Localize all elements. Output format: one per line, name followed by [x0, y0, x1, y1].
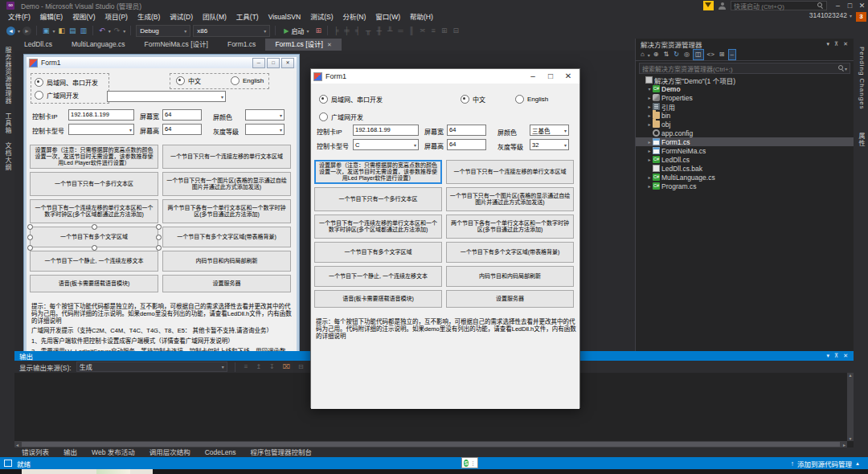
running-lan-radio[interactable]: 局域网、串口开发 [319, 95, 383, 104]
menu-item-1[interactable]: 编辑(E) [35, 11, 68, 22]
running-gray-select[interactable]: 32▾ [530, 139, 569, 150]
show-all-files-icon[interactable]: ◫ [693, 49, 704, 60]
designer-height-input[interactable]: 64 [162, 124, 202, 135]
layout-tool-icon-0[interactable]: ╞ [333, 25, 339, 36]
panel-menu-icon[interactable]: ▾ [824, 41, 832, 47]
quick-launch-box[interactable]: 快速启动 (Ctrl+Q) [731, 1, 827, 10]
add-to-source-control[interactable]: ↑ 添加到源代码管理 ▲ [791, 459, 860, 468]
running-button-3[interactable]: 一个节目下只有一个图片区(表格的显示通过自绘图片并通过此方式添加发送) [446, 187, 574, 211]
selection-handle[interactable] [156, 245, 162, 251]
right-strip-tab-1[interactable]: 属性 [856, 133, 866, 147]
menu-item-5[interactable]: 调试(D) [165, 11, 198, 22]
doc-tab-4[interactable]: Form1.cs [设计]✕ [265, 39, 341, 51]
right-strip-tab-0[interactable]: Pending Changes [856, 47, 866, 110]
redo-dropdown-icon[interactable]: ▾ [123, 28, 125, 34]
tree-item-11[interactable]: ▸C#MultiLanguage.cs [636, 173, 854, 182]
designer-button-4[interactable]: 一个节目下有一个连续左移的单行文本区和一个数字时钟区(多个区域都通过此方法添加) [30, 199, 158, 223]
ime-indicator[interactable]: S ⋮ [461, 457, 478, 468]
platform-select[interactable]: x86 ▾ [193, 25, 270, 37]
running-button-6[interactable]: 一个节目下有多个文字区域 [314, 242, 442, 263]
running-button-5[interactable]: 两个节目下各有一个单行文本区和一个数字时钟区(多节目通过此方法添加) [446, 215, 574, 239]
find-message-icon[interactable]: ≡ [243, 363, 250, 370]
designer-form-window[interactable]: Form1 ─ □ ✕ 局域网、串口开发广域网开发中文English▾控制卡IP… [24, 55, 299, 351]
running-form-window[interactable]: Form1 – □ ✕ 局域网、串口开发广域网开发中文English控制卡IP1… [310, 68, 580, 408]
designer-button-9[interactable]: 内码节目和内码局部刷新 [162, 251, 291, 272]
account-widget[interactable]: 3141023242 ▾ [809, 11, 852, 19]
layout-tool-icon-5[interactable]: ╨ [387, 25, 393, 36]
nest-files-icon[interactable]: ◎ [682, 50, 691, 59]
solution-search-box[interactable]: 搜索解决方案资源管理器(Ctrl+;) ▾ [639, 63, 850, 74]
designer-button-5[interactable]: 两个节目下各有一个单行文本区和一个数字时钟区(多节目通过此方法添加) [162, 199, 291, 223]
refresh-icon[interactable]: ↻ [672, 50, 681, 59]
close-button[interactable]: ✕ [856, 1, 868, 10]
selection-handle[interactable] [156, 235, 162, 240]
notification-badge[interactable]: 3 [856, 12, 866, 22]
running-button-7[interactable]: 一个节目下有多个文字区域(带表格背景) [446, 242, 574, 263]
tree-expanded-icon[interactable]: ▾ [646, 86, 653, 92]
scroll-up-icon[interactable]: ▲ [849, 373, 853, 378]
designer-button-0[interactable]: 设置屏参（注意：只需根据屏的宽高点数的颜色设置一次，发送节目时无需设置，该参数推… [30, 145, 158, 169]
navigate-back-icon[interactable]: ◄ [6, 27, 15, 35]
pending-changes-filter-icon[interactable]: ⊕ [652, 50, 661, 59]
running-button-11[interactable]: 设置服务器 [446, 290, 574, 308]
designer-wan-radio[interactable]: 广域网开发 [35, 91, 79, 100]
bottom-tab-3[interactable]: 调用层次结构 [142, 447, 198, 457]
running-button-9[interactable]: 内码节目和内码局部刷新 [446, 266, 574, 287]
layout-tool-icon-8[interactable]: ≍ [419, 25, 427, 36]
goto-prev-message-icon[interactable]: ↥ [254, 363, 263, 370]
tree-collapsed-icon[interactable]: ▸ [646, 183, 653, 189]
solution-config-select[interactable]: Debug ▾ [136, 25, 190, 37]
running-button-1[interactable]: 一个节目下只有一个连接左移的单行文本区域 [446, 160, 574, 184]
left-strip-tab-2[interactable]: 文档大纲 [2, 142, 12, 171]
designer-button-10[interactable]: 语音(板卡需要搭载语音模块) [30, 275, 158, 292]
tree-collapsed-icon[interactable]: ▸ [646, 95, 653, 100]
designer-chinese-radio[interactable]: 中文 [176, 76, 201, 85]
close-button[interactable]: ✕ [559, 69, 577, 84]
designer-ip-input[interactable]: 192.168.1.199 [68, 109, 134, 121]
left-strip-tab-1[interactable]: 工具箱 [2, 112, 12, 134]
bottom-tab-1[interactable]: 输出 [56, 447, 84, 457]
bottom-tab-2[interactable]: Web 发布活动 [84, 447, 142, 457]
selection-handle[interactable] [92, 245, 97, 251]
running-button-10[interactable]: 语音(板卡需要搭载语音模块) [314, 290, 442, 308]
running-model-select[interactable]: C▾ [353, 139, 419, 150]
tree-collapsed-icon[interactable]: ▸ [646, 174, 653, 180]
tree-collapsed-icon[interactable]: ▸ [646, 139, 653, 145]
tree-collapsed-icon[interactable]: ▸ [646, 148, 653, 153]
designer-english-radio[interactable]: English [231, 76, 264, 85]
running-wan-radio[interactable]: 广域网开发 [319, 112, 363, 121]
selection-handle[interactable] [92, 224, 97, 230]
running-form-titlebar[interactable]: Form1 – □ ✕ [311, 69, 579, 84]
selection-handle[interactable] [156, 224, 162, 230]
layout-tool-icon-11[interactable]: ⊟ [452, 25, 460, 36]
layout-tool-icon-4[interactable]: ╫ [376, 25, 383, 36]
tree-item-7[interactable]: ▸Form1.cs [636, 137, 854, 146]
menu-item-8[interactable]: VisualSVN [264, 11, 305, 22]
sync-with-active-document-icon[interactable]: ⇅ [662, 50, 671, 59]
properties-icon[interactable]: ⊞ [718, 50, 727, 59]
running-button-2[interactable]: 一个节目下只有一个多行文本区 [314, 187, 442, 211]
open-file-icon[interactable]: ◧ [58, 25, 67, 36]
send-feedback-icon[interactable] [719, 2, 726, 10]
tree-item-10[interactable]: LedDll.cs.bak [636, 164, 854, 173]
tree-collapsed-icon[interactable]: ▸ [646, 112, 653, 118]
output-horizontal-scrollbar[interactable]: ◂ ▸ [14, 441, 847, 447]
menu-item-10[interactable]: 分析(N) [338, 11, 371, 22]
running-english-radio[interactable]: English [515, 95, 548, 104]
tree-item-9[interactable]: ▸C#LedDll.cs [636, 155, 854, 164]
designer-color-select[interactable]: ▾ [245, 109, 285, 121]
designer-button-2[interactable]: 一个节目下只有一个多行文本区 [30, 172, 158, 196]
tab-close-icon[interactable]: ✕ [327, 39, 332, 51]
close-icon[interactable]: ✕ [841, 353, 850, 359]
tree-collapsed-icon[interactable]: ▸ [646, 157, 653, 162]
undo-dropdown-icon[interactable]: ▾ [108, 28, 111, 34]
attach-process-icon[interactable]: ⊞ [314, 25, 322, 36]
chevron-down-icon[interactable]: ▾ [648, 52, 650, 58]
designer-button-11[interactable]: 设置服务器 [162, 275, 291, 292]
menu-item-11[interactable]: 窗口(W) [371, 11, 405, 22]
tree-item-3[interactable]: ▸引用 [636, 102, 854, 111]
tree-collapsed-icon[interactable]: ▸ [646, 121, 653, 127]
designer-width-input[interactable]: 64 [162, 109, 202, 121]
bottom-tab-0[interactable]: 错误列表 [14, 447, 56, 457]
left-strip-tab-0[interactable]: 服务器资源管理器 [2, 47, 12, 104]
